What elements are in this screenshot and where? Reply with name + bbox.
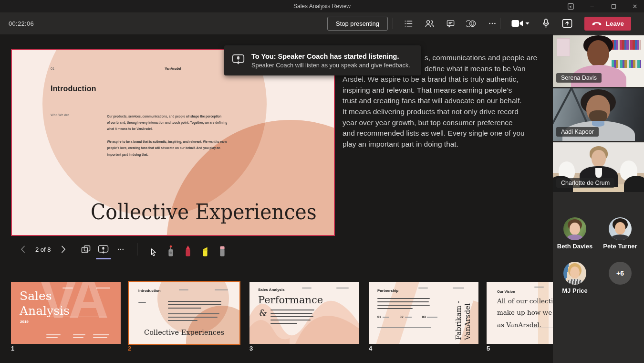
coach-active-indicator [96,258,111,259]
prev-slide-icon[interactable] [16,241,30,257]
participants-panel: Serena Davis Aadi Kapoor Charlotte de Cr… [553,34,644,363]
avatar-pete-turner[interactable] [609,217,632,240]
window-controls: – ✕ [566,0,639,12]
minimize-icon[interactable]: – [588,2,596,11]
illustration-shape [587,40,609,67]
slide-body-text: Our products, services, communications, … [107,113,227,158]
participant-name-label: MJ Price [553,287,597,294]
reactions-icon[interactable] [463,15,479,32]
toolbar-divider [393,18,393,29]
overflow-participants-badge[interactable]: +6 [609,262,632,285]
thumbnail-ampersand: & [259,308,267,318]
slide-thumbnail-3[interactable]: Sales Analysis Performance & [249,282,359,344]
camera-caret-icon [525,22,530,25]
slide-thumbnail-4[interactable]: Partnership 01 02 03 Fabrikam - VanArsde… [369,282,478,344]
video-tile-aadi[interactable]: Aadi Kapoor [553,88,644,141]
avatar-beth-davies[interactable] [563,217,586,240]
mic-icon[interactable] [538,15,554,32]
highlighter-icon[interactable] [198,241,212,257]
speaker-coach-toast[interactable]: To You: Speaker Coach has started listen… [224,45,421,75]
chat-icon[interactable] [442,15,458,32]
maximize-icon[interactable] [609,2,618,11]
thumbnail-vertical-title: Fabrikam - VanArsdel [454,286,472,340]
leave-button[interactable]: Leave [584,17,631,31]
slide-thumbnail-1[interactable]: VA SalesAnalysis 2019 [11,282,121,344]
teams-meeting-window: Sales Analysis Review – ✕ 00:22:06 Stop … [0,0,644,363]
share-screen-icon[interactable] [559,15,575,32]
thumbnail-year: 2019 [20,320,29,324]
speaker-coach-icon[interactable] [96,241,111,257]
illustration-shape [612,40,641,50]
participant-name-label: Serena Davis [556,73,602,83]
notes-icon[interactable] [400,15,416,32]
pop-out-icon[interactable] [566,2,575,11]
pointer-icon[interactable] [147,241,160,257]
thumbnail-heading: Partnership [377,288,398,293]
illustration-shape [615,222,625,235]
thumbnail-number: 1 [11,345,14,352]
thumbnail-title: Collective Experiences [129,329,239,336]
illustration-shape [595,168,602,178]
camera-button[interactable] [509,15,532,32]
slide-title: Collective Experiences [91,200,317,224]
toolbar-divider [500,18,500,29]
presentation-stage: 01 VanArsdel Introduction Who We Are Our… [0,34,553,363]
toolbar-center-group: Stop presenting [327,12,503,34]
illustration-shape [567,279,583,285]
pen-icon[interactable] [181,241,195,257]
participant-name-label: Pete Turner [598,243,642,250]
thumbnail-heading: Sales Analysis [258,288,285,292]
titlebar: Sales Analysis Review – ✕ [0,0,644,12]
illustration-shape [592,150,606,167]
toast-title: To You: Speaker Coach has started listen… [251,53,410,60]
window-title: Sales Analysis Review [293,3,351,10]
more-icon[interactable] [114,241,128,257]
eraser-icon[interactable] [216,241,229,257]
slide-heading: Introduction [51,85,96,93]
participant-name-label: Aadi Kapoor [556,127,599,137]
current-slide-preview: 01 VanArsdel Introduction Who We Are Our… [11,49,335,236]
toolbar-right-group: Leave [495,12,631,34]
toast-text: To You: Speaker Coach has started listen… [251,53,410,69]
video-tile-charlotte[interactable]: Charlotte de Crum [553,142,644,192]
thumbnail-text-line: make up how we co [497,309,553,316]
video-tile-serena[interactable]: Serena Davis [553,35,644,87]
thumbnail-steps: 01 02 03 [377,315,437,319]
meeting-timer: 00:22:06 [9,12,34,34]
laser-pointer-icon[interactable] [164,241,177,257]
slide-position: 2 of 8 [35,246,51,253]
illustration-shape [570,223,580,235]
illustration-shape [557,38,570,56]
meeting-toolbar: 00:22:06 Stop presenting [0,12,644,34]
thumbnail-number-selected: 2 [128,345,131,352]
decor-line [532,328,553,328]
people-icon[interactable] [421,15,437,32]
close-icon[interactable]: ✕ [631,2,639,11]
slide-thumbnail-5[interactable]: Our Vision All of our collective make up… [487,282,553,344]
thumbnail-number: 3 [249,345,253,352]
slide-nav-row: 2 of 8 [14,240,231,258]
next-slide-icon[interactable] [56,241,71,257]
decor-line [44,317,106,317]
illustration-shape [570,267,580,278]
thumbnail-number: 5 [487,345,490,352]
toast-subtitle: Speaker Coach will listen as you speak a… [251,62,410,69]
participant-name-label: Charlotte de Crum [556,178,614,188]
decor-line [377,327,431,328]
thumbnail-heading: Our Vision [497,289,515,294]
stop-presenting-button[interactable]: Stop presenting [327,17,388,31]
slide-thumbnail-2-selected[interactable]: Introduction Collective Experiences [128,281,240,345]
thumbnail-text-line: All of our collective [497,297,553,305]
thumbnail-title: SalesAnalysis [20,288,70,319]
thumbnail-heading: Introduction [138,288,161,293]
thumbnail-number: 4 [369,345,372,352]
illustration-shape [612,60,641,68]
nav-divider [137,243,137,256]
grid-view-icon[interactable] [79,241,93,257]
illustration-shape [592,121,604,127]
hangup-icon [592,21,602,26]
illustration-shape [567,235,582,240]
speaker-coach-icon [232,53,245,67]
avatar-mj-price[interactable] [563,262,586,285]
illustration-shape [553,88,573,125]
